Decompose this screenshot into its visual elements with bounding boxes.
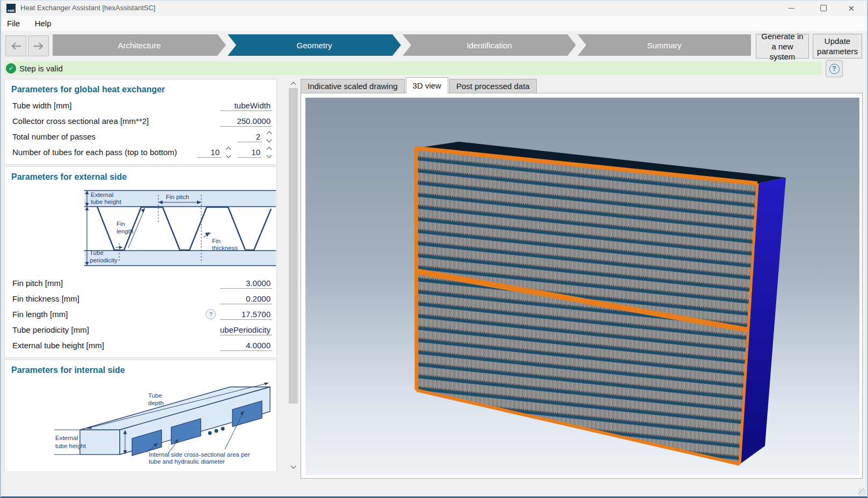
view-tabs: Indicative scaled drawing 3D view Post p… — [301, 79, 538, 93]
tubes-pass1-stepper[interactable] — [225, 147, 231, 158]
wizard-steps: Architecture Geometry Identification Sum… — [53, 34, 753, 56]
section-global-heat-exchanger: Parameters for global heat exchanger Tub… — [4, 79, 277, 165]
tubes-pass2-stepper[interactable] — [266, 147, 272, 158]
total-passes-stepper[interactable] — [266, 131, 272, 143]
forward-button[interactable] — [28, 35, 49, 56]
label-cross-section-l2: tube and hydraulic diameter — [149, 458, 225, 465]
title-bar: AME Heat Exchanger Assistant [hexAssista… — [0, 0, 868, 17]
tube-width-input[interactable]: tubeWidth — [220, 100, 272, 111]
label-cross-section-l1: Internal side cross-sectional area per — [149, 451, 250, 458]
help-button[interactable]: ? — [826, 60, 843, 77]
parameters-panel: Parameters for global heat exchanger Tub… — [4, 79, 298, 471]
minimize-icon — [789, 8, 794, 9]
label-fin-pitch: Fin pitch — [166, 194, 189, 200]
close-icon: ✕ — [848, 4, 855, 12]
bottom-strip — [0, 479, 868, 498]
window-title: Heat Exchanger Assistant [hexAssistantSC… — [20, 4, 155, 12]
label-tube-depth-l2: depth — [148, 400, 164, 406]
param-row-tubes-per-pass: Number of tubes for each pass (top to bo… — [5, 144, 276, 160]
step-architecture[interactable]: Architecture — [53, 34, 226, 56]
fin-length-input[interactable]: 17.5700 — [220, 309, 272, 320]
tubes-pass2-input[interactable]: 10 — [238, 147, 262, 158]
param-label: Number of tubes for each pass (top to bo… — [12, 148, 197, 157]
scroll-down-arrow-icon[interactable] — [288, 462, 298, 471]
resize-grip[interactable] — [858, 488, 866, 496]
menu-file[interactable]: File — [2, 16, 25, 31]
arrow-left-icon — [10, 41, 22, 51]
param-label: Tube width [mm] — [12, 101, 220, 110]
section-internal-side: Parameters for internal side — [4, 360, 277, 471]
section-title: Parameters for internal side — [11, 365, 270, 375]
param-label: External tube height [mm] — [12, 341, 220, 350]
heat-exchanger-3d-render — [305, 98, 859, 475]
param-label: Collector cross sectional area [mm**2] — [12, 116, 220, 126]
3d-viewport[interactable] — [305, 98, 859, 475]
fin-pitch-input[interactable]: 3.0000 — [220, 278, 272, 289]
back-button[interactable] — [5, 35, 26, 56]
label-ext-tube-height-l2: tube height — [55, 443, 86, 449]
param-row-collector-area: Collector cross sectional area [mm**2] 2… — [5, 113, 276, 129]
step-identification[interactable]: Identification — [403, 34, 576, 56]
question-mark-icon: ? — [829, 64, 840, 74]
section-title: Parameters for global heat exchanger — [11, 85, 270, 94]
external-side-diagram: External tube height Fin pitch Fin lengt… — [69, 185, 276, 273]
total-passes-input[interactable]: 2 — [238, 131, 262, 142]
tab-3d-view[interactable]: 3D view — [406, 77, 448, 93]
validation-text: Step is valid — [19, 64, 63, 73]
wizard-nav-row: Architecture Geometry Identification Sum… — [0, 31, 868, 60]
param-row-external-tube-height: External tube height [mm] 4.0000 — [5, 338, 276, 353]
fin-length-help-icon[interactable]: ? — [206, 309, 216, 319]
param-row-tube-depth: Tube depth [mm] 100.0000 — [5, 470, 276, 471]
step-geometry[interactable]: Geometry — [228, 34, 401, 56]
label-fin-thickness-l2: thickness — [212, 245, 238, 251]
collector-area-input[interactable]: 250.0000 — [220, 116, 272, 127]
app-icon: AME — [6, 4, 16, 13]
param-label: Total number of passes — [12, 132, 238, 141]
label-external-tube-height-l2: tube height — [91, 199, 122, 205]
scrollbar-thumb[interactable] — [289, 88, 298, 404]
param-label: Tube periodicity [mm] — [12, 325, 220, 334]
tube-periodicity-input[interactable]: tubePeriodicity — [220, 325, 272, 335]
section-external-side: Parameters for external side — [4, 166, 277, 358]
external-tube-height-input[interactable]: 4.0000 — [220, 340, 272, 351]
label-tube-periodicity-l2: periodicity — [90, 257, 118, 263]
update-parameters-button[interactable]: Update parameters — [813, 34, 862, 58]
param-label: Fin length [mm] — [12, 310, 206, 319]
step-summary[interactable]: Summary — [578, 34, 751, 56]
label-tube-periodicity-l1: Tube — [90, 250, 104, 256]
tube-3d-drawing — [54, 383, 270, 456]
close-button[interactable]: ✕ — [839, 0, 864, 16]
param-row-tube-periodicity: Tube periodicity [mm] tubePeriodicity — [5, 322, 276, 338]
param-row-tube-width: Tube width [mm] tubeWidth — [5, 98, 276, 113]
param-label: Fin thickness [mm] — [12, 294, 220, 303]
label-tube-depth-l1: Tube — [148, 392, 162, 399]
tab-indicative-scaled-drawing[interactable]: Indicative scaled drawing — [301, 79, 405, 93]
label-fin-length-l2: length — [116, 228, 133, 235]
label-external-tube-height-l1: External — [91, 192, 113, 198]
param-row-fin-pitch: Fin pitch [mm] 3.0000 — [5, 275, 276, 291]
section-title: Parameters for external side — [11, 172, 270, 182]
label-fin-length-l1: Fin — [116, 221, 125, 227]
main-content: Parameters for global heat exchanger Tub… — [0, 78, 868, 479]
param-row-total-passes: Total number of passes 2 — [5, 129, 276, 144]
left-panel-scrollbar[interactable] — [288, 79, 298, 471]
tubes-pass1-input[interactable]: 10 — [197, 147, 221, 158]
fin-thickness-input[interactable]: 0.2000 — [220, 294, 272, 304]
label-ext-tube-height-l1: External — [55, 435, 78, 441]
arrow-right-icon — [33, 41, 45, 51]
maximize-icon — [820, 5, 827, 11]
status-row: ✓ Step is valid ? — [0, 60, 868, 78]
view-panel: Indicative scaled drawing 3D view Post p… — [301, 78, 863, 479]
param-label: Fin pitch [mm] — [12, 279, 220, 288]
maximize-button[interactable] — [811, 0, 836, 16]
generate-in-new-system-button[interactable]: Generate in a new system — [756, 34, 809, 58]
param-row-fin-thickness: Fin thickness [mm] 0.2000 — [5, 291, 276, 306]
minimize-button[interactable] — [779, 0, 804, 16]
scroll-up-arrow-icon[interactable] — [288, 79, 298, 88]
menu-bar: File Help — [0, 16, 868, 31]
param-row-fin-length: Fin length [mm] ? 17.5700 — [5, 306, 276, 322]
tab-post-processed-data[interactable]: Post processed data — [449, 79, 537, 93]
valid-check-icon: ✓ — [6, 63, 16, 74]
internal-side-diagram: Tube depth External tube height Internal… — [43, 378, 276, 467]
menu-help[interactable]: Help — [30, 16, 57, 31]
